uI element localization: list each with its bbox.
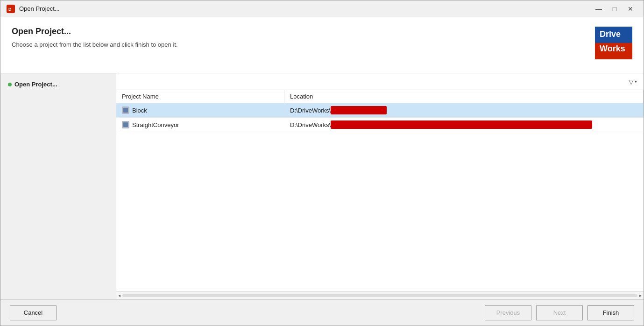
sidebar-item-label: Open Project... (14, 81, 57, 88)
scroll-left-icon[interactable]: ◂ (118, 293, 120, 298)
logo-top: Drive (595, 27, 632, 43)
project-icon (122, 121, 129, 128)
cell-location: D:\DriveWorks\ (284, 118, 644, 132)
scroll-track[interactable] (122, 294, 637, 297)
dropdown-arrow-icon: ▾ (635, 79, 637, 84)
table-row[interactable]: StraightConveyor D:\DriveWorks\ (116, 118, 644, 132)
sidebar-item-open-project[interactable]: Open Project... (4, 79, 112, 90)
redacted-path (331, 106, 387, 114)
sidebar: Open Project... (0, 73, 116, 299)
project-icon (122, 106, 129, 114)
window-controls: — □ ✕ (591, 3, 638, 15)
scroll-right-icon[interactable]: ▸ (639, 293, 642, 298)
minimize-button[interactable]: — (591, 3, 606, 15)
main-content: Open Project... ▽ ▾ Project Name Locatio… (0, 73, 644, 299)
filter-toolbar: ▽ ▾ (116, 73, 644, 90)
maximize-button[interactable]: □ (607, 3, 622, 15)
header-text-block: Open Project... Choose a project from th… (12, 27, 178, 48)
filter-icon: ▽ (629, 78, 634, 85)
svg-text:D: D (8, 7, 12, 12)
cell-location: D:\DriveWorks\ (284, 103, 644, 117)
horizontal-scrollbar[interactable]: ◂ ▸ (116, 291, 644, 299)
app-icon: D (6, 4, 15, 14)
cell-name: StraightConveyor (116, 118, 284, 131)
window-title: Open Project... (19, 5, 591, 12)
table-header: Project Name Location (116, 90, 644, 103)
location-prefix: D:\DriveWorks\ (290, 107, 331, 114)
filter-button[interactable]: ▽ ▾ (626, 76, 640, 87)
active-indicator (8, 83, 12, 86)
dialog-title: Open Project... (12, 27, 178, 36)
finish-button[interactable]: Finish (587, 305, 634, 320)
column-header-name: Project Name (116, 90, 284, 103)
redacted-path (331, 120, 592, 129)
dialog-subtitle: Choose a project from the list below and… (12, 41, 178, 48)
column-header-location: Location (284, 90, 644, 103)
footer: Cancel Previous Next Finish (0, 299, 644, 326)
next-button[interactable]: Next (536, 305, 583, 320)
location-prefix: D:\DriveWorks\ (290, 121, 331, 128)
project-name: Block (132, 107, 147, 114)
close-button[interactable]: ✕ (623, 3, 638, 15)
project-table[interactable]: Project Name Location Block D:\DriveWork… (116, 90, 644, 291)
table-row[interactable]: Block D:\DriveWorks\ (116, 103, 644, 118)
footer-left: Cancel (10, 305, 57, 320)
main-window: D Open Project... — □ ✕ Open Project... … (0, 0, 644, 326)
driveworks-logo: Drive Works (595, 27, 632, 59)
cancel-button[interactable]: Cancel (10, 305, 57, 320)
previous-button[interactable]: Previous (485, 305, 531, 320)
footer-right: Previous Next Finish (485, 305, 634, 320)
logo-bottom: Works (595, 43, 632, 59)
header-section: Open Project... Choose a project from th… (0, 17, 644, 73)
right-panel: ▽ ▾ Project Name Location Bl (116, 73, 644, 299)
cell-name: Block (116, 104, 284, 117)
title-bar: D Open Project... — □ ✕ (0, 0, 644, 17)
project-name: StraightConveyor (132, 121, 179, 128)
